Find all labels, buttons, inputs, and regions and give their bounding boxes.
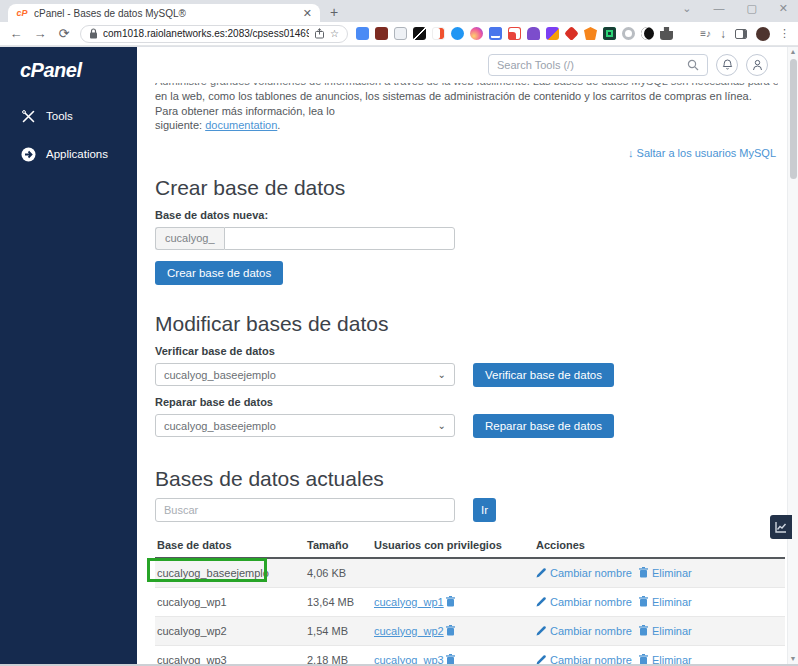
column-header-actions: Acciones xyxy=(536,539,785,551)
column-header-database: Base de datos xyxy=(157,539,307,551)
privileged-user-link[interactable]: cucalyog_wp3 xyxy=(374,654,455,665)
database-size: 1,54 MB xyxy=(307,625,374,637)
sidebar-item-applications[interactable]: Applications xyxy=(20,146,137,162)
new-database-label: Base de datos nueva: xyxy=(155,209,778,221)
create-database-button[interactable]: Crear base de datos xyxy=(155,261,283,285)
extension-icon[interactable] xyxy=(451,27,464,40)
browser-profile-avatar[interactable] xyxy=(756,27,770,41)
side-panel-icon[interactable] xyxy=(735,29,747,39)
notifications-bell-button[interactable] xyxy=(716,54,738,76)
tools-icon xyxy=(20,108,36,124)
statistics-panel-toggle[interactable] xyxy=(770,515,792,539)
repair-database-label: Reparar base de datos xyxy=(155,396,778,408)
table-row: cucalyog_wp1 13,64 MB cucalyog_wp1 Cambi… xyxy=(155,588,785,617)
pencil-icon xyxy=(536,626,546,636)
trash-icon xyxy=(639,596,648,607)
cpanel-favicon-icon: cP xyxy=(16,7,28,19)
extension-icon[interactable] xyxy=(527,27,540,40)
jump-to-mysql-users-link[interactable]: ↓ Saltar a los usuarios MySQL xyxy=(628,147,776,159)
trash-icon xyxy=(639,654,648,664)
privileged-user-link[interactable]: cucalyog_wp1 xyxy=(374,596,455,608)
database-name: cucalyog_wp3 xyxy=(157,654,307,665)
delete-database-link[interactable]: Eliminar xyxy=(639,654,692,665)
database-name: cucalyog_baseejemplo xyxy=(157,567,307,579)
extension-icon[interactable] xyxy=(603,27,616,40)
new-tab-button[interactable]: + xyxy=(330,4,338,20)
bookmark-star-icon[interactable]: ☆ xyxy=(330,28,339,39)
share-icon[interactable] xyxy=(314,28,325,39)
repair-database-button[interactable]: Reparar base de datos xyxy=(473,414,614,438)
check-database-label: Verificar base de datos xyxy=(155,345,778,357)
extension-icon[interactable] xyxy=(641,27,654,40)
lock-icon xyxy=(89,28,98,39)
window-chevron-icon[interactable]: ⌄ xyxy=(682,2,691,15)
forward-button[interactable]: → xyxy=(32,26,48,41)
trash-icon xyxy=(446,596,455,607)
search-tools-box[interactable] xyxy=(488,54,708,76)
pencil-icon xyxy=(536,568,546,578)
delete-database-link[interactable]: Eliminar xyxy=(639,625,692,637)
pencil-icon xyxy=(536,655,546,665)
user-account-button[interactable] xyxy=(746,54,768,76)
intro-paragraph: en la web, como los tablones de anuncios… xyxy=(155,89,778,133)
extension-icon[interactable] xyxy=(394,27,407,40)
rename-database-link[interactable]: Cambiar nombre xyxy=(536,567,639,579)
privileged-user-link[interactable]: cucalyog_wp2 xyxy=(374,625,455,637)
database-name: cucalyog_wp1 xyxy=(157,596,307,608)
extension-icon[interactable] xyxy=(564,26,579,41)
bell-icon xyxy=(722,59,733,71)
rename-database-link[interactable]: Cambiar nombre xyxy=(536,625,639,637)
extensions-puzzle-icon[interactable] xyxy=(660,27,673,40)
window-close-button[interactable]: ✕ xyxy=(779,2,788,15)
user-icon xyxy=(752,59,763,71)
delete-database-link[interactable]: Eliminar xyxy=(639,567,692,579)
extension-icon[interactable] xyxy=(508,27,521,40)
table-row: cucalyog_wp2 1,54 MB cucalyog_wp2 Cambia… xyxy=(155,617,785,646)
applications-icon xyxy=(20,146,36,162)
trash-icon xyxy=(446,654,455,664)
database-size: 13,64 MB xyxy=(307,596,374,608)
window-maximize-button[interactable]: ▢ xyxy=(746,2,756,15)
extension-icon[interactable] xyxy=(413,27,426,40)
metamask-extension-icon[interactable] xyxy=(584,27,597,40)
extension-icon[interactable] xyxy=(375,27,388,40)
check-database-button[interactable]: Verificar base de datos xyxy=(473,363,614,387)
database-search-input[interactable] xyxy=(155,498,455,522)
tab-close-icon[interactable]: ✕ xyxy=(303,7,312,20)
rename-database-link[interactable]: Cambiar nombre xyxy=(536,654,639,665)
delete-database-link[interactable]: Eliminar xyxy=(639,596,692,608)
media-controls-icon[interactable]: ≡♪ xyxy=(700,28,711,39)
reload-button[interactable]: ⟳ xyxy=(56,26,72,41)
extension-icon[interactable] xyxy=(356,27,369,40)
trash-icon xyxy=(639,567,648,578)
extension-icon[interactable] xyxy=(470,27,483,40)
downloads-icon[interactable]: ↓ xyxy=(720,27,726,41)
browser-toolbar: ← → ⟳ com1018.raiolanetworks.es:2083/cps… xyxy=(0,22,798,46)
chevron-down-icon: ⌄ xyxy=(438,369,446,380)
documentation-link[interactable]: documentation xyxy=(205,119,277,131)
tab-title: cPanel - Bases de datos MySQL® xyxy=(34,8,297,19)
extension-icon[interactable] xyxy=(432,27,445,40)
window-minimize-button[interactable]: — xyxy=(713,2,724,15)
new-database-input[interactable] xyxy=(224,227,455,250)
cpanel-sidebar: cPanel Tools Applications xyxy=(0,47,137,664)
table-header-row: Base de datos Tamaño Usuarios con privil… xyxy=(155,535,785,559)
check-database-select[interactable]: cucalyog_baseejemplo ⌄ xyxy=(155,363,455,386)
repair-database-select[interactable]: cucalyog_baseejemplo ⌄ xyxy=(155,414,455,437)
url-text: com1018.raiolanetworks.es:2083/cpsess014… xyxy=(103,28,309,39)
table-row: cucalyog_baseejemplo 4,06 KB Cambiar nom… xyxy=(155,559,785,588)
sidebar-item-tools[interactable]: Tools xyxy=(20,108,137,124)
search-go-button[interactable]: Ir xyxy=(473,498,496,522)
extension-icon[interactable] xyxy=(622,27,635,40)
browser-menu-icon[interactable]: ⋮ xyxy=(779,27,790,40)
cpanel-logo: cPanel xyxy=(20,59,137,82)
search-tools-input[interactable] xyxy=(497,59,687,71)
extension-icon[interactable] xyxy=(546,27,559,40)
address-bar[interactable]: com1018.raiolanetworks.es:2083/cpsess014… xyxy=(80,25,348,43)
rename-database-link[interactable]: Cambiar nombre xyxy=(536,596,639,608)
browser-tab[interactable]: cP cPanel - Bases de datos MySQL® ✕ xyxy=(8,4,320,22)
scroll-up-icon[interactable]: ▲ xyxy=(790,47,797,57)
back-button[interactable]: ← xyxy=(8,26,24,41)
extension-icon[interactable] xyxy=(489,27,502,40)
extensions-row xyxy=(356,27,673,40)
